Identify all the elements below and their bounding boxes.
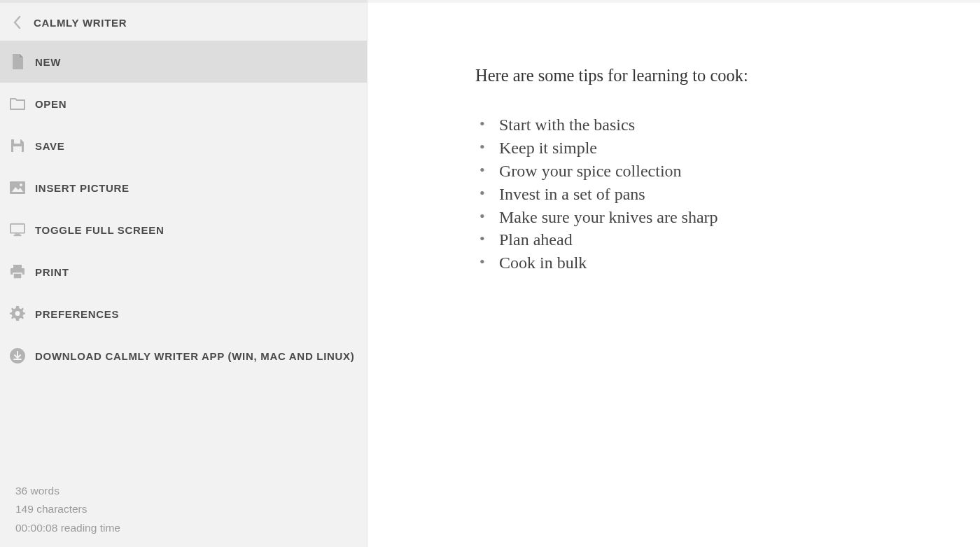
menu-label: SAVE [35, 140, 65, 152]
image-icon [10, 180, 25, 195]
svg-rect-2 [10, 181, 25, 194]
svg-rect-9 [13, 273, 22, 279]
list-item: Cook in bulk [475, 251, 938, 275]
menu-item-save[interactable]: SAVE [0, 125, 367, 167]
menu-label: NEW [35, 56, 61, 68]
stat-characters: 149 characters [15, 500, 351, 518]
sidebar: CALMLY WRITER NEW OPEN [0, 0, 368, 547]
list-item: Keep it simple [475, 137, 938, 160]
menu-label: INSERT PICTURE [35, 182, 130, 194]
document-heading: Here are some tips for learning to cook: [475, 66, 938, 85]
menu-label: PREFERENCES [35, 308, 119, 320]
stat-words: 36 words [15, 482, 351, 500]
monitor-icon [10, 222, 25, 237]
menu-label: TOGGLE FULL SCREEN [35, 224, 164, 236]
gear-icon [10, 306, 25, 321]
list-item: Start with the basics [475, 113, 938, 137]
download-icon [10, 348, 25, 363]
stat-reading-time: 00:00:08 reading time [15, 519, 351, 537]
content-area[interactable]: Here are some tips for learning to cook:… [368, 0, 980, 547]
svg-point-10 [15, 311, 20, 316]
svg-rect-7 [13, 265, 22, 268]
list-item: Grow your spice collection [475, 160, 938, 183]
menu-item-new[interactable]: NEW [0, 41, 367, 83]
file-icon [10, 54, 25, 69]
svg-rect-0 [14, 139, 20, 144]
svg-rect-5 [15, 234, 20, 235]
menu-item-insert-picture[interactable]: INSERT PICTURE [0, 167, 367, 209]
document-list: Start with the basics Keep it simple Gro… [475, 113, 938, 275]
folder-icon [10, 96, 25, 111]
svg-rect-4 [10, 224, 24, 233]
sidebar-header: CALMLY WRITER [0, 3, 367, 41]
menu-item-toggle-fullscreen[interactable]: TOGGLE FULL SCREEN [0, 209, 367, 251]
menu-item-open[interactable]: OPEN [0, 83, 367, 125]
svg-rect-1 [13, 146, 22, 152]
menu-label: DOWNLOAD CALMLY WRITER APP (WIN, MAC AND… [35, 350, 355, 362]
list-item: Make sure your knives are sharp [475, 206, 938, 229]
back-chevron-icon[interactable] [10, 15, 24, 29]
sidebar-stats: 36 words 149 characters 00:00:08 reading… [0, 473, 367, 547]
menu-item-download-app[interactable]: DOWNLOAD CALMLY WRITER APP (WIN, MAC AND… [0, 335, 367, 377]
menu-label: PRINT [35, 266, 69, 278]
list-item: Invest in a set of pans [475, 183, 938, 206]
menu-list: NEW OPEN SAVE [0, 41, 367, 473]
menu-item-preferences[interactable]: PREFERENCES [0, 293, 367, 335]
svg-rect-6 [14, 235, 22, 236]
list-item: Plan ahead [475, 228, 938, 251]
menu-item-print[interactable]: PRINT [0, 251, 367, 293]
svg-point-3 [20, 184, 22, 186]
menu-label: OPEN [35, 98, 66, 110]
printer-icon [10, 264, 25, 279]
app-title: CALMLY WRITER [34, 17, 127, 29]
save-icon [10, 138, 25, 153]
